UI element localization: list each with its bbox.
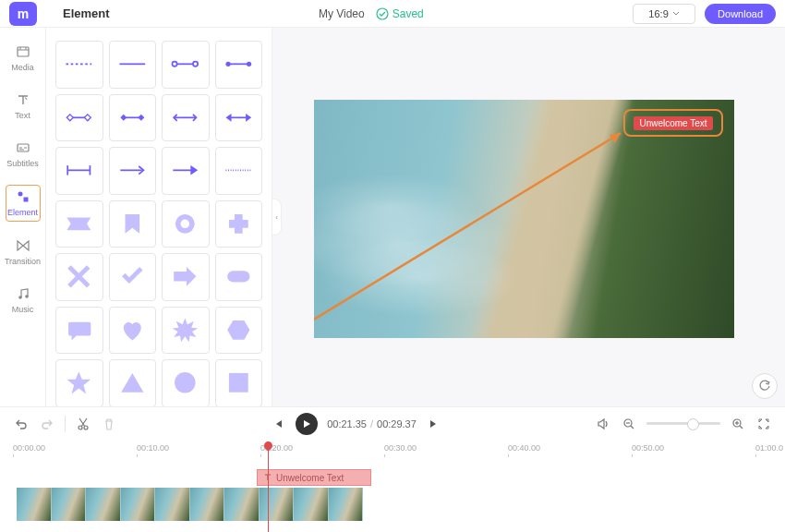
playhead[interactable] bbox=[268, 441, 269, 532]
zoom-out-button[interactable] bbox=[621, 416, 637, 432]
saved-indicator: Saved bbox=[376, 7, 424, 20]
element-shape-ring[interactable] bbox=[162, 200, 210, 248]
svg-rect-29 bbox=[229, 373, 248, 393]
svg-line-39 bbox=[740, 426, 743, 429]
element-line-solid[interactable] bbox=[109, 41, 157, 89]
refresh-icon bbox=[758, 380, 771, 393]
timeline-ruler[interactable]: 00:00.00 00:10.00 00:20.00 00:30.00 00:4… bbox=[13, 443, 772, 458]
element-shape-star[interactable] bbox=[55, 359, 103, 406]
next-button[interactable] bbox=[426, 416, 442, 432]
element-shape-speech[interactable] bbox=[55, 307, 103, 355]
subtitles-icon bbox=[16, 140, 30, 155]
element-shape-arrow-block[interactable] bbox=[162, 253, 210, 301]
nav-music[interactable]: Music bbox=[6, 283, 41, 318]
svg-line-35 bbox=[631, 426, 634, 429]
left-nav: Media Text Subtitles Element Transition … bbox=[0, 28, 46, 406]
nav-transition[interactable]: Transition bbox=[6, 235, 41, 270]
prev-button[interactable] bbox=[270, 416, 286, 432]
ruler-tick: 00:10.00 bbox=[137, 443, 169, 453]
elements-panel bbox=[46, 28, 272, 406]
canvas-area: ‹ Unwelcome Text bbox=[272, 28, 785, 406]
svg-point-28 bbox=[175, 372, 196, 393]
timeline[interactable]: 00:00.00 00:10.00 00:20.00 00:30.00 00:4… bbox=[0, 440, 785, 532]
svg-point-13 bbox=[225, 62, 230, 66]
cut-button[interactable] bbox=[75, 416, 91, 432]
zoom-in-button[interactable] bbox=[730, 416, 746, 432]
element-line-filled-diamonds[interactable] bbox=[109, 94, 157, 142]
play-button[interactable] bbox=[296, 413, 318, 435]
svg-rect-27 bbox=[227, 272, 249, 283]
element-shape-check[interactable] bbox=[109, 253, 157, 301]
overlay-text: Unwelcome Text bbox=[634, 116, 712, 130]
svg-line-30 bbox=[314, 133, 621, 338]
element-shape-hexagon[interactable] bbox=[215, 307, 263, 355]
svg-point-6 bbox=[25, 295, 29, 298]
ruler-tick: 00:30.00 bbox=[384, 443, 417, 453]
zoom-slider[interactable] bbox=[646, 422, 720, 425]
nav-text[interactable]: Text bbox=[6, 89, 41, 124]
undo-button[interactable] bbox=[13, 416, 30, 432]
element-shape-triangle[interactable] bbox=[109, 359, 157, 406]
svg-point-14 bbox=[247, 62, 251, 66]
element-shape-burst[interactable] bbox=[162, 307, 210, 355]
svg-point-0 bbox=[377, 8, 388, 19]
svg-point-5 bbox=[18, 296, 22, 299]
ruler-tick: 01:00.0 bbox=[755, 443, 783, 453]
element-arrow-double-solid[interactable] bbox=[215, 94, 263, 142]
overlay-text-box[interactable]: Unwelcome Text bbox=[623, 109, 723, 137]
element-line-filled-dots[interactable] bbox=[215, 41, 263, 89]
element-line-dashed[interactable] bbox=[55, 41, 103, 89]
svg-rect-2 bbox=[18, 144, 29, 151]
svg-point-26 bbox=[181, 219, 190, 228]
element-line-caps[interactable] bbox=[55, 147, 103, 195]
element-shape-ribbon[interactable] bbox=[55, 200, 103, 248]
element-shape-square[interactable] bbox=[215, 359, 263, 406]
element-icon bbox=[16, 189, 30, 204]
svg-point-11 bbox=[193, 62, 198, 66]
nav-element[interactable]: Element bbox=[6, 185, 41, 222]
delete-button[interactable] bbox=[101, 416, 117, 432]
chevron-down-icon bbox=[672, 10, 680, 18]
element-shape-pill[interactable] bbox=[215, 253, 263, 301]
svg-rect-1 bbox=[18, 47, 29, 56]
element-shape-plus[interactable] bbox=[215, 200, 263, 248]
timeline-text-clip[interactable]: Unwelcome Text bbox=[257, 469, 371, 486]
nav-media[interactable]: Media bbox=[6, 41, 41, 76]
check-circle-icon bbox=[376, 7, 389, 20]
project-name[interactable]: My Video bbox=[319, 7, 365, 20]
element-shape-heart[interactable] bbox=[109, 307, 157, 355]
element-shape-bookmark[interactable] bbox=[109, 200, 157, 248]
element-line-open-dots[interactable] bbox=[162, 41, 210, 89]
playback-controls: 00:21.35/00:29.37 bbox=[0, 406, 785, 440]
svg-point-3 bbox=[18, 192, 22, 197]
element-arrow-right-thin[interactable] bbox=[109, 147, 157, 195]
media-icon bbox=[16, 44, 30, 59]
element-arrow-double[interactable] bbox=[162, 94, 210, 142]
video-preview[interactable]: Unwelcome Text bbox=[314, 100, 734, 338]
ruler-tick: 00:50.00 bbox=[632, 443, 664, 453]
element-shape-circle[interactable] bbox=[162, 359, 210, 406]
playback-time: 00:21.35/00:29.37 bbox=[327, 418, 417, 429]
text-icon bbox=[16, 92, 30, 107]
volume-button[interactable] bbox=[595, 416, 611, 432]
element-line-open-diamonds[interactable] bbox=[55, 94, 103, 142]
nav-subtitles[interactable]: Subtitles bbox=[6, 137, 41, 172]
element-line-dotted[interactable] bbox=[215, 147, 263, 195]
element-shape-cross[interactable] bbox=[55, 253, 103, 301]
panel-title: Element bbox=[63, 6, 110, 20]
element-arrow-right-solid[interactable] bbox=[162, 147, 210, 195]
music-icon bbox=[16, 286, 30, 301]
transition-icon bbox=[16, 238, 30, 253]
timeline-video-clip[interactable] bbox=[17, 488, 363, 521]
svg-rect-4 bbox=[23, 198, 28, 202]
redo-button[interactable] bbox=[39, 416, 55, 432]
fit-button[interactable] bbox=[755, 416, 772, 432]
aspect-ratio-select[interactable]: 16:9 bbox=[633, 4, 695, 24]
ruler-tick: 00:40.00 bbox=[508, 443, 540, 453]
app-logo[interactable]: m bbox=[9, 2, 37, 26]
download-button[interactable]: Download bbox=[705, 4, 776, 24]
svg-point-10 bbox=[173, 62, 177, 66]
ruler-tick: 00:00.00 bbox=[13, 443, 45, 453]
reset-zoom-button[interactable] bbox=[752, 373, 778, 399]
collapse-panel-button[interactable]: ‹ bbox=[272, 199, 282, 236]
